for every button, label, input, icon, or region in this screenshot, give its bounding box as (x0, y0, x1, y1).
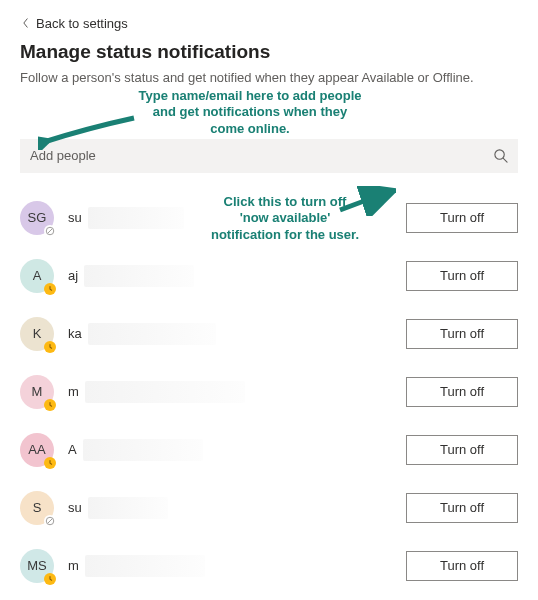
turn-off-button[interactable]: Turn off (406, 203, 518, 233)
turn-off-button[interactable]: Turn off (406, 261, 518, 291)
chevron-left-icon (20, 18, 30, 28)
person-name-prefix: m (68, 384, 79, 399)
presence-away-icon (44, 573, 56, 585)
presence-away-icon (44, 399, 56, 411)
add-people-search[interactable] (20, 139, 518, 173)
person-row: AajTurn off (20, 247, 518, 305)
person-name-prefix: su (68, 500, 82, 515)
person-row: KkaTurn off (20, 305, 518, 363)
back-to-settings-label: Back to settings (36, 16, 128, 31)
redacted-name (84, 265, 194, 287)
redacted-name (88, 497, 168, 519)
turn-off-button[interactable]: Turn off (406, 551, 518, 581)
turn-off-button[interactable]: Turn off (406, 319, 518, 349)
presence-away-icon (44, 341, 56, 353)
redacted-name (88, 207, 184, 229)
person-name-prefix: A (68, 442, 77, 457)
presence-offline-icon (44, 225, 56, 237)
search-icon (492, 148, 508, 164)
turn-off-button[interactable]: Turn off (406, 377, 518, 407)
page-title: Manage status notifications (20, 41, 518, 63)
person-row: SGsuTurn off (20, 189, 518, 247)
presence-offline-icon (44, 515, 56, 527)
person-row: MmTurn off (20, 363, 518, 421)
avatar: S (20, 491, 54, 525)
redacted-name (88, 323, 216, 345)
person-name-prefix: su (68, 210, 82, 225)
annotation-search-hint: Type name/email here to add people and g… (135, 88, 365, 137)
turn-off-button[interactable]: Turn off (406, 435, 518, 465)
people-list: SGsuTurn offAajTurn offKkaTurn offMmTurn… (20, 189, 518, 595)
person-name-prefix: m (68, 558, 79, 573)
svg-point-0 (494, 150, 503, 159)
presence-away-icon (44, 457, 56, 469)
avatar: K (20, 317, 54, 351)
add-people-input[interactable] (30, 148, 484, 163)
redacted-name (83, 439, 203, 461)
person-row: MSmTurn off (20, 537, 518, 595)
redacted-name (85, 555, 205, 577)
avatar: SG (20, 201, 54, 235)
avatar: A (20, 259, 54, 293)
avatar: MS (20, 549, 54, 583)
person-row: SsuTurn off (20, 479, 518, 537)
svg-line-1 (503, 159, 507, 163)
avatar: M (20, 375, 54, 409)
redacted-name (85, 381, 245, 403)
person-name-prefix: aj (68, 268, 78, 283)
back-to-settings-link[interactable]: Back to settings (20, 16, 128, 37)
page-subtitle: Follow a person's status and get notifie… (20, 69, 518, 87)
person-name-prefix: ka (68, 326, 82, 341)
turn-off-button[interactable]: Turn off (406, 493, 518, 523)
person-row: AAATurn off (20, 421, 518, 479)
avatar: AA (20, 433, 54, 467)
presence-away-icon (44, 283, 56, 295)
